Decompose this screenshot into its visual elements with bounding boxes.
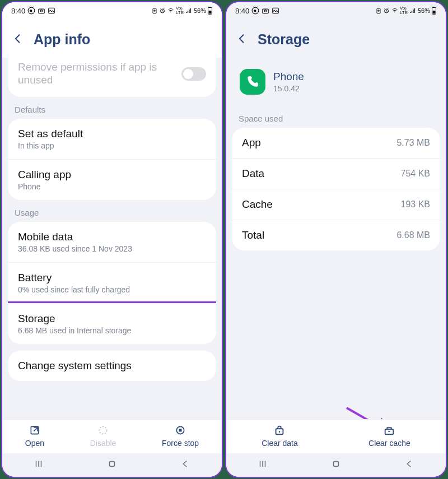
- status-time: 8:40: [11, 7, 25, 15]
- page-title: Storage: [258, 31, 310, 48]
- svg-rect-12: [179, 429, 182, 432]
- svg-rect-22: [433, 11, 436, 13]
- clear-cache-button[interactable]: Clear cache: [368, 424, 410, 448]
- status-time: 8:40: [235, 7, 249, 15]
- space-app-key: App: [242, 137, 261, 149]
- battery-icon: [431, 7, 437, 15]
- back-button[interactable]: [12, 33, 24, 46]
- nav-back[interactable]: [403, 459, 416, 471]
- calling-app-title: Calling app: [18, 169, 206, 181]
- set-as-default-sub: In this app: [18, 141, 206, 150]
- image-icon: [48, 7, 55, 15]
- app-version: 15.0.42: [273, 84, 304, 93]
- phone-right: 8:40 Vo)LTE 56% Storage: [225, 1, 447, 478]
- space-total-row: Total 6.68 MB: [232, 220, 440, 250]
- disable-button[interactable]: Disable: [90, 424, 116, 448]
- whatsapp-icon: [251, 7, 259, 15]
- app-name: Phone: [273, 71, 304, 83]
- svg-rect-8: [209, 11, 212, 13]
- battery-percent: 56%: [194, 7, 206, 14]
- wifi-icon: [167, 7, 175, 14]
- network-label: Vo)LTE: [176, 6, 184, 15]
- remove-permissions-row[interactable]: Remove permissions if app is unused: [8, 58, 216, 97]
- image-icon: [272, 7, 279, 15]
- storage-row[interactable]: Storage 6.68 MB used in Internal storage: [8, 304, 216, 344]
- battery-title: Battery: [18, 272, 206, 284]
- nav-recent[interactable]: [32, 459, 45, 471]
- remove-permissions-label: Remove permissions if app is unused: [18, 61, 169, 87]
- storage-title: Storage: [18, 313, 206, 325]
- nav-bar: [226, 453, 446, 477]
- battery-icon: [207, 7, 213, 15]
- svg-rect-15: [263, 9, 269, 13]
- svg-point-24: [279, 431, 281, 433]
- svg-point-2: [41, 10, 43, 12]
- camera-icon: [38, 7, 45, 15]
- space-cache-key: Cache: [242, 198, 273, 211]
- battery-sub: 0% used since last fully charged: [18, 285, 206, 294]
- clear-data-icon: [273, 424, 286, 436]
- mobile-data-title: Mobile data: [18, 231, 206, 243]
- header: Storage: [226, 19, 446, 58]
- back-button[interactable]: [236, 33, 248, 46]
- change-system-settings-title: Change system settings: [18, 360, 206, 372]
- alarm-icon: [159, 7, 166, 14]
- disable-icon: [97, 424, 109, 436]
- force-stop-button[interactable]: Force stop: [162, 424, 199, 448]
- svg-rect-1: [39, 9, 45, 13]
- mobile-data-row[interactable]: Mobile data 36.08 KB used since 1 Nov 20…: [8, 222, 216, 263]
- action-bar: Clear data Clear cache: [226, 419, 446, 453]
- remove-permissions-toggle[interactable]: [181, 67, 206, 81]
- battery-row[interactable]: Battery 0% used since last fully charged: [8, 263, 216, 304]
- change-system-settings-row[interactable]: Change system settings: [8, 351, 216, 381]
- wifi-icon: [391, 7, 399, 14]
- signal-icon: [409, 7, 417, 14]
- calling-app-sub: Phone: [18, 182, 206, 191]
- clear-data-label: Clear data: [262, 439, 298, 448]
- alarm-icon: [383, 7, 390, 14]
- section-space-used: Space used: [226, 106, 446, 128]
- space-data-val: 754 KB: [401, 169, 430, 179]
- space-app-row: App 5.73 MB: [232, 128, 440, 159]
- open-icon: [29, 424, 40, 436]
- clear-data-button[interactable]: Clear data: [262, 424, 298, 448]
- phone-left: 8:40 Vo)LTE 5: [1, 1, 223, 478]
- disable-label: Disable: [90, 439, 116, 448]
- whatsapp-icon: [27, 7, 35, 15]
- nav-bar: [2, 453, 222, 477]
- force-stop-icon: [175, 424, 186, 436]
- space-total-key: Total: [242, 229, 264, 241]
- page-title: App info: [34, 31, 90, 48]
- svg-rect-26: [333, 462, 338, 467]
- clear-cache-icon: [383, 424, 395, 436]
- space-app-val: 5.73 MB: [396, 138, 430, 148]
- mobile-data-sub: 36.08 KB used since 1 Nov 2023: [18, 244, 206, 253]
- nav-home[interactable]: [330, 459, 342, 471]
- space-total-val: 6.68 MB: [396, 230, 430, 240]
- clear-cache-label: Clear cache: [368, 439, 410, 448]
- set-as-default-row[interactable]: Set as default In this app: [8, 119, 216, 160]
- nav-back[interactable]: [179, 459, 192, 471]
- camera-icon: [262, 7, 269, 15]
- svg-rect-21: [433, 7, 435, 7]
- action-bar: Open Disable Force stop: [2, 419, 222, 453]
- network-label: Vo)LTE: [400, 6, 408, 15]
- nav-recent[interactable]: [256, 459, 269, 471]
- open-button[interactable]: Open: [25, 424, 44, 448]
- nav-home[interactable]: [106, 459, 118, 471]
- battery-percent: 56%: [418, 7, 430, 14]
- section-defaults: Defaults: [2, 97, 222, 119]
- set-as-default-title: Set as default: [18, 128, 206, 140]
- signal-icon: [185, 7, 193, 14]
- svg-rect-13: [109, 462, 114, 467]
- space-cache-val: 193 KB: [401, 199, 430, 210]
- storage-sub: 6.68 MB used in Internal storage: [18, 326, 206, 335]
- space-data-key: Data: [242, 168, 264, 180]
- status-bar: 8:40 Vo)LTE 5: [2, 2, 222, 19]
- force-stop-label: Force stop: [162, 439, 199, 448]
- app-header: Phone 15.0.42: [226, 58, 446, 106]
- space-data-row: Data 754 KB: [232, 159, 440, 189]
- svg-point-10: [99, 426, 106, 434]
- svg-rect-7: [209, 7, 211, 7]
- calling-app-row[interactable]: Calling app Phone: [8, 160, 216, 200]
